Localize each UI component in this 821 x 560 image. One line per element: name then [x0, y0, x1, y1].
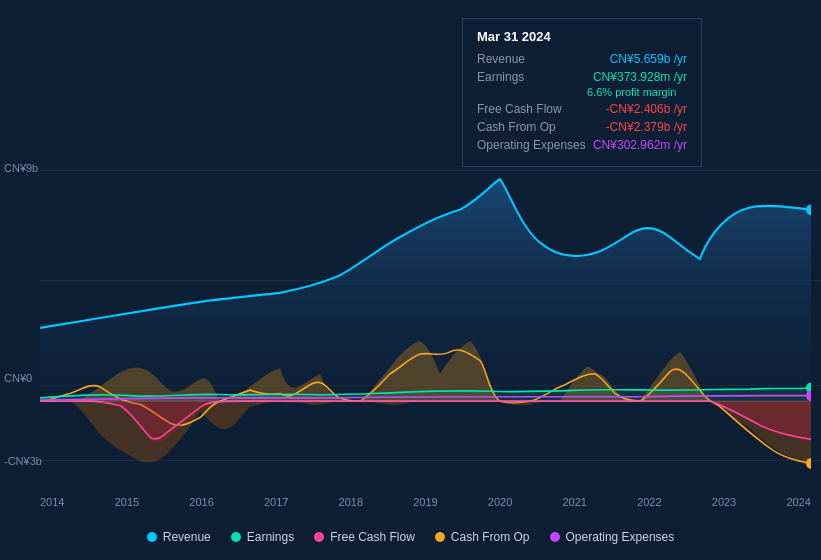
tooltip-card: Mar 31 2024 Revenue CN¥5.659b /yr Earnin…	[462, 18, 702, 167]
fcf-area	[40, 401, 811, 442]
chart-area	[40, 155, 811, 505]
legend-label-earnings: Earnings	[247, 530, 294, 544]
legend-opex[interactable]: Operating Expenses	[550, 530, 675, 544]
tooltip-opex-row: Operating Expenses CN¥302.962m /yr	[477, 138, 687, 152]
legend-label-cfo: Cash From Op	[451, 530, 530, 544]
tooltip-earnings-row: Earnings CN¥373.928m /yr	[477, 70, 687, 84]
legend-dot-earnings	[231, 532, 241, 542]
tooltip-opex-label: Operating Expenses	[477, 138, 587, 152]
y-label-mid: CN¥0	[4, 372, 32, 384]
x-label-2015: 2015	[115, 496, 139, 508]
legend-dot-cfo	[435, 532, 445, 542]
legend-earnings[interactable]: Earnings	[231, 530, 294, 544]
legend-dot-revenue	[147, 532, 157, 542]
x-label-2018: 2018	[339, 496, 363, 508]
chart-svg	[40, 155, 811, 505]
y-label-top: CN¥9b	[4, 162, 38, 174]
x-label-2020: 2020	[488, 496, 512, 508]
x-label-2022: 2022	[637, 496, 661, 508]
tooltip-revenue-label: Revenue	[477, 52, 587, 66]
legend: Revenue Earnings Free Cash Flow Cash Fro…	[0, 530, 821, 544]
tooltip-cfo-value: -CN¥2.379b /yr	[606, 120, 687, 134]
tooltip-earnings-value: CN¥373.928m /yr	[593, 70, 687, 84]
y-label-bot: -CN¥3b	[4, 455, 42, 467]
legend-revenue[interactable]: Revenue	[147, 530, 211, 544]
legend-label-fcf: Free Cash Flow	[330, 530, 415, 544]
tooltip-fcf-row: Free Cash Flow -CN¥2.406b /yr	[477, 102, 687, 116]
legend-label-revenue: Revenue	[163, 530, 211, 544]
legend-dot-opex	[550, 532, 560, 542]
tooltip-cfo-label: Cash From Op	[477, 120, 587, 134]
x-label-2023: 2023	[712, 496, 736, 508]
legend-label-opex: Operating Expenses	[566, 530, 675, 544]
legend-cfo[interactable]: Cash From Op	[435, 530, 530, 544]
tooltip-fcf-label: Free Cash Flow	[477, 102, 587, 116]
x-label-2024: 2024	[786, 496, 810, 508]
tooltip-profit-margin: 6.6% profit margin	[587, 86, 687, 98]
tooltip-fcf-value: -CN¥2.406b /yr	[606, 102, 687, 116]
x-label-2016: 2016	[189, 496, 213, 508]
legend-dot-fcf	[314, 532, 324, 542]
x-label-2019: 2019	[413, 496, 437, 508]
x-label-2017: 2017	[264, 496, 288, 508]
tooltip-revenue-value: CN¥5.659b /yr	[610, 52, 687, 66]
tooltip-cfo-row: Cash From Op -CN¥2.379b /yr	[477, 120, 687, 134]
x-label-2021: 2021	[562, 496, 586, 508]
tooltip-date: Mar 31 2024	[477, 29, 687, 44]
legend-fcf[interactable]: Free Cash Flow	[314, 530, 415, 544]
tooltip-opex-value: CN¥302.962m /yr	[593, 138, 687, 152]
x-label-2014: 2014	[40, 496, 64, 508]
tooltip-earnings-label: Earnings	[477, 70, 587, 84]
x-axis: 2014 2015 2016 2017 2018 2019 2020 2021 …	[40, 496, 811, 508]
chart-container: Mar 31 2024 Revenue CN¥5.659b /yr Earnin…	[0, 0, 821, 560]
tooltip-revenue-row: Revenue CN¥5.659b /yr	[477, 52, 687, 66]
